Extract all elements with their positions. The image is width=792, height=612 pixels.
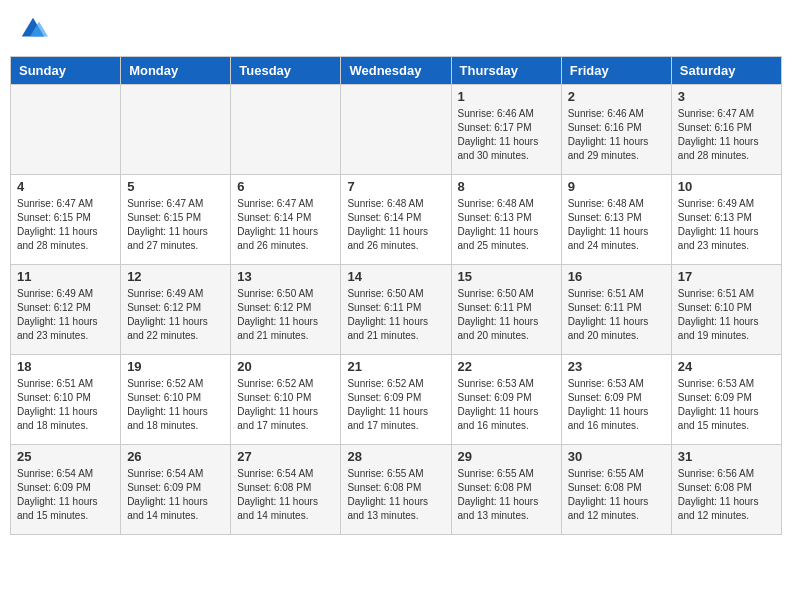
calendar-cell: 4Sunrise: 6:47 AM Sunset: 6:15 PM Daylig…: [11, 175, 121, 265]
calendar-cell: 31Sunrise: 6:56 AM Sunset: 6:08 PM Dayli…: [671, 445, 781, 535]
day-number: 20: [237, 359, 334, 374]
day-info: Sunrise: 6:56 AM Sunset: 6:08 PM Dayligh…: [678, 467, 775, 523]
day-info: Sunrise: 6:50 AM Sunset: 6:11 PM Dayligh…: [347, 287, 444, 343]
calendar-body: 1Sunrise: 6:46 AM Sunset: 6:17 PM Daylig…: [11, 85, 782, 535]
calendar-header: SundayMondayTuesdayWednesdayThursdayFrid…: [11, 57, 782, 85]
calendar-cell: 17Sunrise: 6:51 AM Sunset: 6:10 PM Dayli…: [671, 265, 781, 355]
calendar-cell: 20Sunrise: 6:52 AM Sunset: 6:10 PM Dayli…: [231, 355, 341, 445]
calendar-cell: 21Sunrise: 6:52 AM Sunset: 6:09 PM Dayli…: [341, 355, 451, 445]
day-of-week-header: Sunday: [11, 57, 121, 85]
calendar-cell: 26Sunrise: 6:54 AM Sunset: 6:09 PM Dayli…: [121, 445, 231, 535]
calendar-cell: 25Sunrise: 6:54 AM Sunset: 6:09 PM Dayli…: [11, 445, 121, 535]
calendar-week-row: 4Sunrise: 6:47 AM Sunset: 6:15 PM Daylig…: [11, 175, 782, 265]
calendar-cell: 9Sunrise: 6:48 AM Sunset: 6:13 PM Daylig…: [561, 175, 671, 265]
day-number: 24: [678, 359, 775, 374]
calendar-cell: 1Sunrise: 6:46 AM Sunset: 6:17 PM Daylig…: [451, 85, 561, 175]
day-info: Sunrise: 6:52 AM Sunset: 6:09 PM Dayligh…: [347, 377, 444, 433]
calendar-cell: 18Sunrise: 6:51 AM Sunset: 6:10 PM Dayli…: [11, 355, 121, 445]
calendar-cell: 23Sunrise: 6:53 AM Sunset: 6:09 PM Dayli…: [561, 355, 671, 445]
day-info: Sunrise: 6:54 AM Sunset: 6:08 PM Dayligh…: [237, 467, 334, 523]
day-number: 28: [347, 449, 444, 464]
day-info: Sunrise: 6:46 AM Sunset: 6:17 PM Dayligh…: [458, 107, 555, 163]
day-info: Sunrise: 6:48 AM Sunset: 6:13 PM Dayligh…: [568, 197, 665, 253]
calendar-cell: 13Sunrise: 6:50 AM Sunset: 6:12 PM Dayli…: [231, 265, 341, 355]
day-number: 9: [568, 179, 665, 194]
day-of-week-header: Saturday: [671, 57, 781, 85]
calendar-cell: [341, 85, 451, 175]
day-number: 21: [347, 359, 444, 374]
day-number: 26: [127, 449, 224, 464]
calendar-week-row: 25Sunrise: 6:54 AM Sunset: 6:09 PM Dayli…: [11, 445, 782, 535]
day-info: Sunrise: 6:47 AM Sunset: 6:15 PM Dayligh…: [127, 197, 224, 253]
calendar-cell: 10Sunrise: 6:49 AM Sunset: 6:13 PM Dayli…: [671, 175, 781, 265]
calendar-cell: 6Sunrise: 6:47 AM Sunset: 6:14 PM Daylig…: [231, 175, 341, 265]
day-number: 12: [127, 269, 224, 284]
day-number: 27: [237, 449, 334, 464]
day-of-week-header: Monday: [121, 57, 231, 85]
day-number: 17: [678, 269, 775, 284]
day-number: 30: [568, 449, 665, 464]
calendar-cell: 2Sunrise: 6:46 AM Sunset: 6:16 PM Daylig…: [561, 85, 671, 175]
day-info: Sunrise: 6:53 AM Sunset: 6:09 PM Dayligh…: [678, 377, 775, 433]
day-info: Sunrise: 6:47 AM Sunset: 6:15 PM Dayligh…: [17, 197, 114, 253]
calendar-cell: 29Sunrise: 6:55 AM Sunset: 6:08 PM Dayli…: [451, 445, 561, 535]
day-number: 10: [678, 179, 775, 194]
day-info: Sunrise: 6:51 AM Sunset: 6:10 PM Dayligh…: [17, 377, 114, 433]
calendar-cell: 12Sunrise: 6:49 AM Sunset: 6:12 PM Dayli…: [121, 265, 231, 355]
calendar-cell: 5Sunrise: 6:47 AM Sunset: 6:15 PM Daylig…: [121, 175, 231, 265]
calendar-cell: 19Sunrise: 6:52 AM Sunset: 6:10 PM Dayli…: [121, 355, 231, 445]
day-info: Sunrise: 6:54 AM Sunset: 6:09 PM Dayligh…: [17, 467, 114, 523]
day-of-week-header: Thursday: [451, 57, 561, 85]
calendar-cell: 3Sunrise: 6:47 AM Sunset: 6:16 PM Daylig…: [671, 85, 781, 175]
day-number: 18: [17, 359, 114, 374]
day-number: 14: [347, 269, 444, 284]
day-number: 16: [568, 269, 665, 284]
day-info: Sunrise: 6:55 AM Sunset: 6:08 PM Dayligh…: [568, 467, 665, 523]
calendar-cell: 8Sunrise: 6:48 AM Sunset: 6:13 PM Daylig…: [451, 175, 561, 265]
calendar-cell: 24Sunrise: 6:53 AM Sunset: 6:09 PM Dayli…: [671, 355, 781, 445]
day-info: Sunrise: 6:53 AM Sunset: 6:09 PM Dayligh…: [568, 377, 665, 433]
calendar-cell: 7Sunrise: 6:48 AM Sunset: 6:14 PM Daylig…: [341, 175, 451, 265]
day-number: 29: [458, 449, 555, 464]
day-number: 13: [237, 269, 334, 284]
day-number: 22: [458, 359, 555, 374]
day-number: 4: [17, 179, 114, 194]
calendar-cell: [11, 85, 121, 175]
calendar-cell: 30Sunrise: 6:55 AM Sunset: 6:08 PM Dayli…: [561, 445, 671, 535]
day-info: Sunrise: 6:55 AM Sunset: 6:08 PM Dayligh…: [347, 467, 444, 523]
day-info: Sunrise: 6:52 AM Sunset: 6:10 PM Dayligh…: [127, 377, 224, 433]
logo-icon: [18, 14, 48, 44]
day-number: 31: [678, 449, 775, 464]
day-info: Sunrise: 6:50 AM Sunset: 6:12 PM Dayligh…: [237, 287, 334, 343]
day-of-week-header: Wednesday: [341, 57, 451, 85]
calendar-week-row: 18Sunrise: 6:51 AM Sunset: 6:10 PM Dayli…: [11, 355, 782, 445]
day-of-week-header: Friday: [561, 57, 671, 85]
day-info: Sunrise: 6:49 AM Sunset: 6:13 PM Dayligh…: [678, 197, 775, 253]
day-number: 15: [458, 269, 555, 284]
calendar-cell: 27Sunrise: 6:54 AM Sunset: 6:08 PM Dayli…: [231, 445, 341, 535]
day-info: Sunrise: 6:50 AM Sunset: 6:11 PM Dayligh…: [458, 287, 555, 343]
day-number: 23: [568, 359, 665, 374]
days-of-week-row: SundayMondayTuesdayWednesdayThursdayFrid…: [11, 57, 782, 85]
calendar-week-row: 11Sunrise: 6:49 AM Sunset: 6:12 PM Dayli…: [11, 265, 782, 355]
day-number: 6: [237, 179, 334, 194]
day-info: Sunrise: 6:51 AM Sunset: 6:10 PM Dayligh…: [678, 287, 775, 343]
day-info: Sunrise: 6:47 AM Sunset: 6:14 PM Dayligh…: [237, 197, 334, 253]
calendar-cell: 11Sunrise: 6:49 AM Sunset: 6:12 PM Dayli…: [11, 265, 121, 355]
day-info: Sunrise: 6:55 AM Sunset: 6:08 PM Dayligh…: [458, 467, 555, 523]
day-info: Sunrise: 6:52 AM Sunset: 6:10 PM Dayligh…: [237, 377, 334, 433]
calendar-cell: 22Sunrise: 6:53 AM Sunset: 6:09 PM Dayli…: [451, 355, 561, 445]
day-info: Sunrise: 6:48 AM Sunset: 6:13 PM Dayligh…: [458, 197, 555, 253]
calendar-cell: [121, 85, 231, 175]
day-info: Sunrise: 6:51 AM Sunset: 6:11 PM Dayligh…: [568, 287, 665, 343]
day-number: 2: [568, 89, 665, 104]
day-info: Sunrise: 6:49 AM Sunset: 6:12 PM Dayligh…: [17, 287, 114, 343]
day-info: Sunrise: 6:47 AM Sunset: 6:16 PM Dayligh…: [678, 107, 775, 163]
calendar-cell: 16Sunrise: 6:51 AM Sunset: 6:11 PM Dayli…: [561, 265, 671, 355]
day-info: Sunrise: 6:49 AM Sunset: 6:12 PM Dayligh…: [127, 287, 224, 343]
day-info: Sunrise: 6:46 AM Sunset: 6:16 PM Dayligh…: [568, 107, 665, 163]
day-of-week-header: Tuesday: [231, 57, 341, 85]
day-number: 5: [127, 179, 224, 194]
calendar-week-row: 1Sunrise: 6:46 AM Sunset: 6:17 PM Daylig…: [11, 85, 782, 175]
day-info: Sunrise: 6:53 AM Sunset: 6:09 PM Dayligh…: [458, 377, 555, 433]
